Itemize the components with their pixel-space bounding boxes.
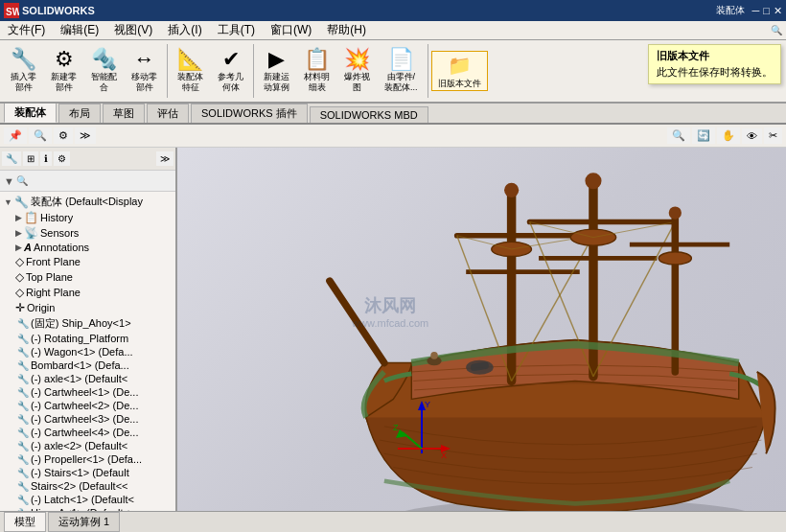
menu-window[interactable]: 窗口(W) <box>266 21 315 39</box>
minimize-btn[interactable]: ─ <box>752 5 760 16</box>
annotations-icon: A <box>24 242 32 253</box>
svg-point-16 <box>585 173 601 189</box>
sensors-label: Sensors <box>40 227 79 239</box>
tree-cartwheel2[interactable]: 🔧 (-) Cartwheel<2> (De... <box>0 399 175 412</box>
cw3-icon: 🔧 <box>17 414 29 425</box>
app-title: SOLIDWORKS <box>22 5 95 16</box>
smart-mates-icon: 🔩 <box>91 49 117 70</box>
menu-insert[interactable]: 插入(I) <box>164 21 205 39</box>
tree-top-plane[interactable]: ◇ Top Plane <box>0 269 175 285</box>
tree-origin[interactable]: ✛ Origin <box>0 300 175 315</box>
tree-cartwheel3[interactable]: 🔧 (-) Cartwheel<3> (De... <box>0 412 175 426</box>
insert-part-button[interactable]: 🔧 插入零部件 <box>4 46 43 96</box>
tree-right-plane[interactable]: ◇ Right Plane <box>0 285 175 300</box>
ship-model <box>312 157 786 511</box>
s1-icon: 🔧 <box>17 468 29 478</box>
old-version-button[interactable]: 📁 旧版本文件 <box>431 51 488 92</box>
toolbar-divider-1 <box>167 44 168 98</box>
stb-pin[interactable]: 📌 <box>4 127 27 144</box>
lp-config-icon[interactable]: ⚙ <box>54 151 70 166</box>
sw-logo: SW SOLIDWORKS <box>4 3 95 18</box>
svg-point-24 <box>669 206 682 219</box>
menu-bar: 文件(F) 编辑(E) 视图(V) 插入(I) 工具(T) 窗口(W) 帮助(H… <box>0 21 786 40</box>
toolbar-divider-3 <box>428 44 428 98</box>
s1-label: (-) Stairs<1> (Default <box>31 467 129 478</box>
explode-view-button[interactable]: 💥 爆炸视图 <box>337 46 377 96</box>
lp-property-icon[interactable]: ℹ <box>40 151 52 166</box>
ship-ahoy-label: (固定) Ship_Ahoy<1> <box>31 316 131 331</box>
tab-evaluate[interactable]: 评估 <box>147 104 189 123</box>
new-motion-button[interactable]: ▶ 新建运动算例 <box>257 46 296 96</box>
tab-layout[interactable]: 布局 <box>58 104 101 123</box>
cw4-icon: 🔧 <box>17 428 29 438</box>
stb-settings[interactable]: ⚙ <box>54 127 73 144</box>
move-part-button[interactable]: ↔ 移动零部件 <box>125 46 164 96</box>
tree-axle1[interactable]: 🔧 (-) axle<1> (Default< <box>0 372 175 385</box>
tab-assembly[interactable]: 装配体 <box>4 103 57 123</box>
menu-view[interactable]: 视图(V) <box>110 21 156 39</box>
left-panel-toolbar: 🔧 ⊞ ℹ ⚙ ≫ <box>0 148 175 171</box>
ha1-label: HingeA<1> (Default< <box>31 507 129 511</box>
window-title: 装配体 <box>716 4 745 17</box>
stb-view[interactable]: 👁 <box>742 128 762 144</box>
make-drawing-button[interactable]: 📄 由零件/装配体... <box>378 46 425 96</box>
make-drawing-icon: 📄 <box>388 49 414 70</box>
lp-assembly-icon[interactable]: 🔧 <box>2 151 21 166</box>
tree-hingea1[interactable]: 🔧 HingeA<1> (Default< <box>0 506 175 511</box>
tree-history[interactable]: ▶ 📋 History <box>0 210 175 225</box>
tree-cartwheel1[interactable]: 🔧 (-) Cartwheel<1> (De... <box>0 385 175 399</box>
filter-label: 🔍 <box>16 175 28 186</box>
menu-file[interactable]: 文件(F) <box>4 21 49 39</box>
stb-filter[interactable]: 🔍 <box>29 127 52 144</box>
close-btn[interactable]: ✕ <box>774 5 782 17</box>
tree-stairs1[interactable]: 🔧 (-) Stairs<1> (Default <box>0 466 175 479</box>
tree-sensors[interactable]: ▶ 📡 Sensors <box>0 225 175 241</box>
new-part-button[interactable]: ⚙ 新建零部件 <box>44 46 83 96</box>
toolbar-area: 🔧 插入零部件 ⚙ 新建零部件 🔩 智能配合 ↔ 移动零部件 📐 装配体特征 ✔… <box>0 40 786 104</box>
stb-rotate[interactable]: 🔄 <box>692 127 715 144</box>
tree-rotating-platform[interactable]: 🔧 (-) Rotating_Platform <box>0 332 175 345</box>
menu-edit[interactable]: 编辑(E) <box>57 21 103 39</box>
tab-sketch[interactable]: 草图 <box>103 104 145 123</box>
stb-section[interactable]: ✂ <box>764 127 782 144</box>
tree-latch1[interactable]: 🔧 (-) Latch<1> (Default< <box>0 493 175 506</box>
tab-sw-plugins[interactable]: SOLIDWORKS 插件 <box>191 104 308 123</box>
menu-tools[interactable]: 工具(T) <box>214 21 259 39</box>
tree-propeller[interactable]: 🔧 (-) Propeller<1> (Defa... <box>0 452 175 466</box>
stb-more[interactable]: ≫ <box>75 127 96 144</box>
root-label: 装配体 (Default<Display <box>31 195 143 209</box>
filter-icon: ▼ <box>4 175 14 187</box>
tree-bombard[interactable]: 🔧 Bombard<1> (Defa... <box>0 359 175 372</box>
materials-button[interactable]: 📋 材料明细表 <box>297 46 336 96</box>
tree-cartwheel4[interactable]: 🔧 (-) Cartwheel<4> (De... <box>0 426 175 439</box>
btab-motion[interactable]: 运动算例 1 <box>48 512 120 532</box>
make-drawing-label: 由零件/装配体... <box>384 72 418 93</box>
tree-axle2[interactable]: 🔧 (-) axle<2> (Default< <box>0 439 175 452</box>
tab-sw-mbd[interactable]: SOLIDWORKS MBD <box>310 106 428 123</box>
tree-stairs2[interactable]: 🔧 Stairs<2> (Default<< <box>0 479 175 493</box>
menu-help[interactable]: 帮助(H) <box>323 21 370 39</box>
l1-label: (-) Latch<1> (Default< <box>31 494 134 505</box>
tree-wagon[interactable]: 🔧 (-) Wagon<1> (Defa... <box>0 345 175 359</box>
viewport[interactable]: 沐风网 www.mfcad.com Y X Z <box>177 148 786 511</box>
assembly-feature-icon: 📐 <box>177 49 203 70</box>
cw1-label: (-) Cartwheel<1> (De... <box>31 386 138 398</box>
verify-button[interactable]: ✔ 参考几何体 <box>211 46 250 96</box>
smart-mates-button[interactable]: 🔩 智能配合 <box>84 46 124 96</box>
tree-annotations[interactable]: ▶ A Annotations <box>0 241 175 254</box>
assembly-feature-button[interactable]: 📐 装配体特征 <box>171 46 210 96</box>
maximize-btn[interactable]: □ <box>763 5 770 16</box>
tab-bar: 装配体 布局 草图 评估 SOLIDWORKS 插件 SOLIDWORKS MB… <box>0 104 786 125</box>
assembly-feature-label: 装配体特征 <box>177 72 203 93</box>
lp-feature-icon[interactable]: ⊞ <box>23 151 38 166</box>
sensors-expand: ▶ <box>15 228 22 238</box>
feature-tree: ▼ 🔧 装配体 (Default<Display ▶ 📋 History ▶ 📡… <box>0 192 175 511</box>
tree-ship-ahoy[interactable]: 🔧 (固定) Ship_Ahoy<1> <box>0 315 175 332</box>
lp-expand-btn[interactable]: ≫ <box>156 151 173 166</box>
tree-front-plane[interactable]: ◇ Front Plane <box>0 254 175 269</box>
stb-pan[interactable]: ✋ <box>717 127 740 144</box>
explode-view-label: 爆炸视图 <box>344 72 370 93</box>
stb-zoom[interactable]: 🔍 <box>667 127 690 144</box>
tree-root[interactable]: ▼ 🔧 装配体 (Default<Display <box>0 194 175 210</box>
btab-model[interactable]: 模型 <box>4 512 46 532</box>
